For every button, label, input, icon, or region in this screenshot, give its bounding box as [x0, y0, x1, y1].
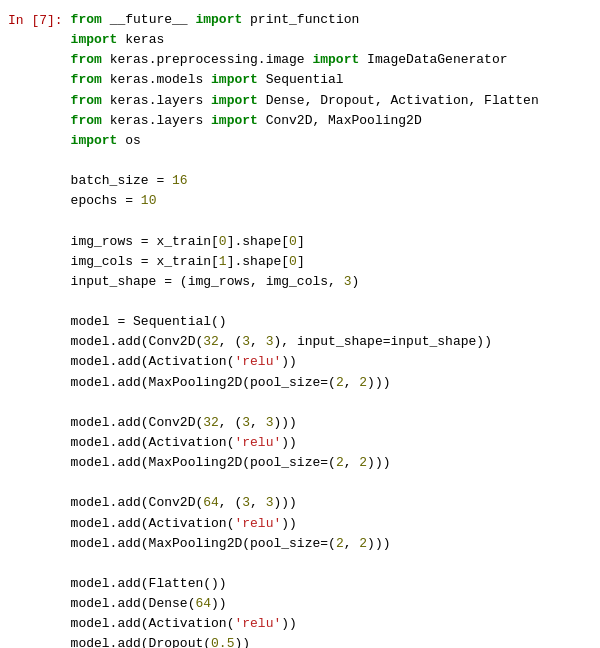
cell-label: In [7]: — [0, 8, 71, 648]
notebook-cell: In [7]: from __future__ import print_fun… — [0, 0, 600, 648]
code-block[interactable]: from __future__ import print_function im… — [71, 8, 600, 648]
